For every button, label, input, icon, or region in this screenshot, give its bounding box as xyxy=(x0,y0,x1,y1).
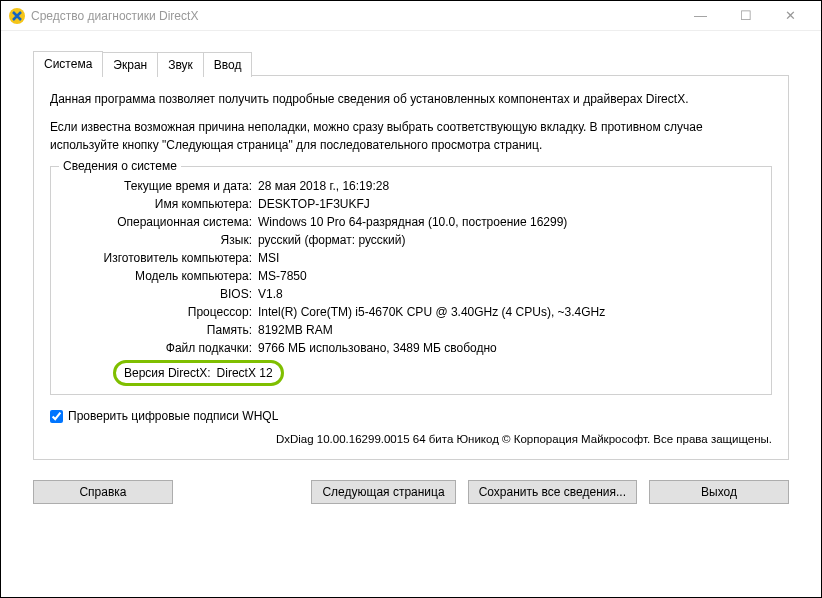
label-os: Операционная система: xyxy=(63,215,258,229)
row-ram: Память: 8192MB RAM xyxy=(63,321,759,339)
window-title: Средство диагностики DirectX xyxy=(31,9,678,23)
label-lang: Язык: xyxy=(63,233,258,247)
row-manufacturer: Изготовитель компьютера: MSI xyxy=(63,249,759,267)
whql-checkbox[interactable] xyxy=(50,410,63,423)
row-datetime: Текущие время и дата: 28 мая 2018 г., 16… xyxy=(63,177,759,195)
label-ram: Память: xyxy=(63,323,258,337)
value-computer: DESKTOP-1F3UKFJ xyxy=(258,197,759,211)
value-model: MS-7850 xyxy=(258,269,759,283)
value-pagefile: 9766 МБ использовано, 3489 МБ свободно xyxy=(258,341,759,355)
tab-screen[interactable]: Экран xyxy=(102,52,158,77)
value-ram: 8192MB RAM xyxy=(258,323,759,337)
value-lang: русский (формат: русский) xyxy=(258,233,759,247)
titlebar: Средство диагностики DirectX — ☐ ✕ xyxy=(1,1,821,31)
content-area: Система Экран Звук Ввод Данная программа… xyxy=(1,31,821,470)
row-model: Модель компьютера: MS-7850 xyxy=(63,267,759,285)
maximize-button[interactable]: ☐ xyxy=(723,2,768,30)
whql-label[interactable]: Проверить цифровые подписи WHQL xyxy=(68,409,278,423)
exit-button[interactable]: Выход xyxy=(649,480,789,504)
label-directx-version: Версия DirectX: xyxy=(124,366,217,380)
tab-input[interactable]: Ввод xyxy=(203,52,253,77)
value-directx-version: DirectX 12 xyxy=(217,366,273,380)
next-page-button[interactable]: Следующая страница xyxy=(311,480,455,504)
system-info-group: Сведения о системе Текущие время и дата:… xyxy=(50,166,772,395)
help-button[interactable]: Справка xyxy=(33,480,173,504)
tab-sound[interactable]: Звук xyxy=(157,52,204,77)
tab-panel-system: Данная программа позволяет получить подр… xyxy=(33,75,789,460)
save-all-button[interactable]: Сохранить все сведения... xyxy=(468,480,637,504)
whql-checkbox-row: Проверить цифровые подписи WHQL xyxy=(50,409,772,423)
footer-copyright: DxDiag 10.00.16299.0015 64 бита Юникод ©… xyxy=(50,433,772,445)
value-manufacturer: MSI xyxy=(258,251,759,265)
value-cpu: Intel(R) Core(TM) i5-4670K CPU @ 3.40GHz… xyxy=(258,305,759,319)
intro-text-1: Данная программа позволяет получить подр… xyxy=(50,90,772,108)
tab-system[interactable]: Система xyxy=(33,51,103,76)
close-button[interactable]: ✕ xyxy=(768,2,813,30)
label-datetime: Текущие время и дата: xyxy=(63,179,258,193)
row-bios: BIOS: V1.8 xyxy=(63,285,759,303)
window-controls: — ☐ ✕ xyxy=(678,2,813,30)
row-os: Операционная система: Windows 10 Pro 64-… xyxy=(63,213,759,231)
dxdiag-icon xyxy=(9,8,25,24)
value-os: Windows 10 Pro 64-разрядная (10.0, постр… xyxy=(258,215,759,229)
label-bios: BIOS: xyxy=(63,287,258,301)
button-spacer xyxy=(185,480,299,504)
label-cpu: Процессор: xyxy=(63,305,258,319)
label-manufacturer: Изготовитель компьютера: xyxy=(63,251,258,265)
intro-text-2: Если известна возможная причина неполадк… xyxy=(50,118,772,154)
value-datetime: 28 мая 2018 г., 16:19:28 xyxy=(258,179,759,193)
row-pagefile: Файл подкачки: 9766 МБ использовано, 348… xyxy=(63,339,759,357)
row-lang: Язык: русский (формат: русский) xyxy=(63,231,759,249)
row-cpu: Процессор: Intel(R) Core(TM) i5-4670K CP… xyxy=(63,303,759,321)
label-pagefile: Файл подкачки: xyxy=(63,341,258,355)
tab-bar: Система Экран Звук Ввод xyxy=(33,51,789,76)
system-info-legend: Сведения о системе xyxy=(59,159,181,173)
row-directx-version-highlight: Версия DirectX: DirectX 12 xyxy=(113,360,284,386)
value-bios: V1.8 xyxy=(258,287,759,301)
row-computer: Имя компьютера: DESKTOP-1F3UKFJ xyxy=(63,195,759,213)
label-computer: Имя компьютера: xyxy=(63,197,258,211)
button-bar: Справка Следующая страница Сохранить все… xyxy=(1,470,821,518)
minimize-button[interactable]: — xyxy=(678,2,723,30)
label-model: Модель компьютера: xyxy=(63,269,258,283)
